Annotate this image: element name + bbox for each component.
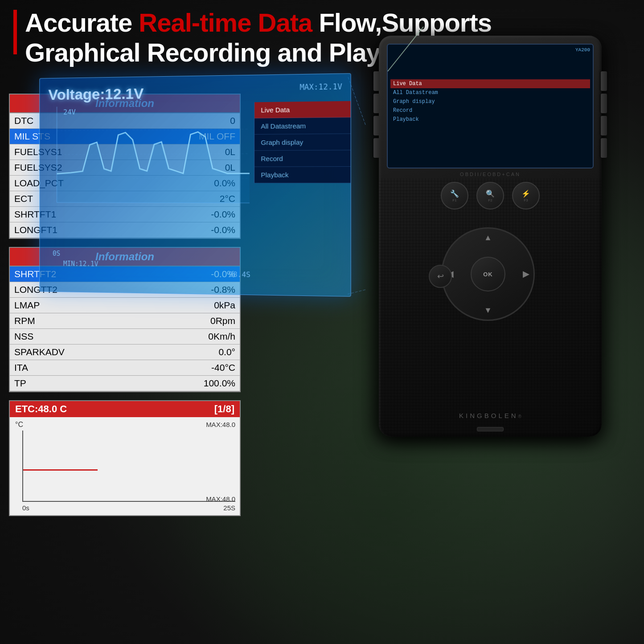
brand-registered: ® <box>518 414 521 419</box>
cell-value: 0.0° <box>146 345 240 360</box>
f1-label: F1 <box>452 198 456 202</box>
side-button[interactable] <box>601 94 607 113</box>
table-row: DTC 0 <box>10 113 240 129</box>
cell-label: RPM <box>10 313 146 329</box>
back-button[interactable]: ↩ <box>429 265 452 288</box>
f2-label: F2 <box>488 198 492 202</box>
side-button[interactable] <box>373 116 380 135</box>
table-row: SHRTFT1 -0.0% <box>10 207 240 222</box>
cell-value: -0.8% <box>146 282 240 298</box>
side-button[interactable] <box>601 116 607 135</box>
side-button[interactable] <box>373 138 380 158</box>
obdii-label: OBDII/EOBD+CAN <box>460 172 521 177</box>
func-button-f3[interactable]: ⚡ F3 <box>512 182 540 209</box>
etc-chart-line <box>23 469 98 471</box>
cell-value: 0 <box>139 113 240 129</box>
info-table-2: Information SHRTFT2 -0.0% LONGTT2 -0.8% … <box>9 247 241 392</box>
dpad-right-arrow[interactable]: ▶ <box>523 269 529 279</box>
dtc-icon: 🔧 <box>450 189 459 198</box>
cell-value: 0kPa <box>146 298 240 313</box>
device-body: YA200 Live Data All Datastream Graph dis… <box>379 36 602 437</box>
etc-title: ETC:48.0 C <box>15 403 67 415</box>
cell-value: 0Rpm <box>146 313 240 329</box>
etc-chart-header: ETC:48.0 C [1/8] <box>10 401 240 417</box>
etc-y-label: °C <box>15 421 23 429</box>
cell-value: 0L <box>139 144 240 160</box>
title-part1: Accurate <box>25 8 139 37</box>
cell-value: MIL OFF <box>139 129 240 144</box>
side-button[interactable] <box>373 94 380 113</box>
screen-menu-item-playback[interactable]: Playback <box>390 115 590 124</box>
table-row: LONGFT1 -0.0% <box>10 222 240 238</box>
brand-name: KINGBOLEN <box>459 412 518 419</box>
table-row: TP 100.0% <box>10 376 240 391</box>
cell-label: MIL STS <box>10 129 139 144</box>
etc-max-bottom: MAX:48.0 <box>206 495 235 503</box>
screen-menu-item-graphdisplay[interactable]: Graph display <box>390 97 590 106</box>
screen-menu-item-livedata[interactable]: Live Data <box>390 79 590 88</box>
header-line1: Accurate Real-time Data Flow,Supports <box>25 8 492 38</box>
table-row: NSS 0Km/h <box>10 329 240 345</box>
left-panel: Information DTC 0 MIL STS MIL OFF FUELSY… <box>9 94 241 516</box>
cell-label: LONGTT2 <box>10 282 146 298</box>
etc-chart: ETC:48.0 C [1/8] °C MAX:48.0 MAX:48.0 0s… <box>9 400 241 516</box>
etc-chart-body: °C MAX:48.0 MAX:48.0 0s 25S <box>10 417 240 515</box>
table-row: FUELSYS2 0L <box>10 160 240 176</box>
side-buttons-left <box>373 71 380 158</box>
usb-port <box>477 427 504 431</box>
cell-label: SHRTFT1 <box>10 207 139 222</box>
side-button[interactable] <box>601 138 607 158</box>
cell-value: 0L <box>139 160 240 176</box>
dpad-ring: ▲ ▼ ◀ ▶ OK <box>441 227 535 321</box>
table-row: SHRTFT2 -0.0% <box>10 267 240 282</box>
cell-value: 100.0% <box>146 376 240 391</box>
func-button-f2[interactable]: 🔍 F2 <box>476 182 504 209</box>
info-table-1: Information DTC 0 MIL STS MIL OFF FUELSY… <box>9 94 241 239</box>
title-red: Real-time Data <box>139 8 312 37</box>
dpad-up-arrow[interactable]: ▲ <box>484 233 492 242</box>
cell-label: LOAD_PCT <box>10 176 139 191</box>
header-accent-bar <box>13 10 17 54</box>
f3-label: F3 <box>524 198 528 202</box>
cell-label: TP <box>10 376 146 391</box>
cell-value: -40°C <box>146 360 240 376</box>
cell-value: 0.0% <box>139 176 240 191</box>
screen-menu-item-alldatastream[interactable]: All Datastream <box>390 88 590 97</box>
side-button[interactable] <box>601 71 607 91</box>
device-wrapper: YA200 Live Data All Datastream Graph dis… <box>345 36 635 570</box>
screen-menu-item-record[interactable]: Record <box>390 106 590 115</box>
table-row: SPARKADV 0.0° <box>10 345 240 360</box>
cell-label: DTC <box>10 113 139 129</box>
screen-model-label: YA200 <box>390 47 590 53</box>
back-icon: ↩ <box>437 271 444 281</box>
cell-label: FUELSYS2 <box>10 160 139 176</box>
cell-value: -0.0% <box>139 222 240 238</box>
title-part2: Flow,Supports <box>312 8 492 37</box>
cell-label: NSS <box>10 329 146 345</box>
im-icon: ⚡ <box>521 189 530 198</box>
table-row: FUELSYS1 0L <box>10 144 240 160</box>
dpad-down-arrow[interactable]: ▼ <box>484 306 492 315</box>
cell-label: FUELSYS1 <box>10 144 139 160</box>
etc-chart-area <box>22 431 235 502</box>
cell-label: LONGFT1 <box>10 222 139 238</box>
side-buttons-right <box>601 71 607 158</box>
side-button[interactable] <box>373 71 380 91</box>
func-button-f1[interactable]: 🔧 F1 <box>441 182 468 209</box>
dpad-area: ▲ ▼ ◀ ▶ OK ↩ <box>441 227 539 325</box>
table-row: ITA -40°C <box>10 360 240 376</box>
cell-label: SPARKADV <box>10 345 146 360</box>
etc-pagination: [1/8] <box>214 403 234 415</box>
etc-max-top: MAX:48.0 <box>206 421 235 428</box>
cell-value: -0.0% <box>146 267 240 282</box>
cell-label: ECT <box>10 191 139 207</box>
vin-icon: 🔍 <box>486 189 495 198</box>
cell-label: SHRTFT2 <box>10 267 146 282</box>
table-row: MIL STS MIL OFF <box>10 129 240 144</box>
dpad-ok-button[interactable]: OK <box>471 257 505 291</box>
screen-content: YA200 Live Data All Datastream Graph dis… <box>388 45 593 127</box>
info-table-2-body: SHRTFT2 -0.0% LONGTT2 -0.8% LMAP 0kPa RP… <box>10 267 240 391</box>
brand-area: KINGBOLEN® <box>459 412 521 420</box>
cell-value: 0Km/h <box>146 329 240 345</box>
table-row: LOAD_PCT 0.0% <box>10 176 240 191</box>
